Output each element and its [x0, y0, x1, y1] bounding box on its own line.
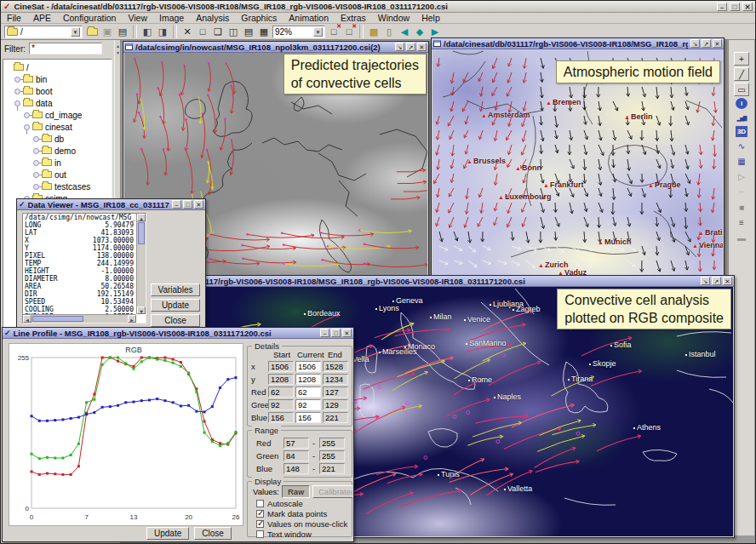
- minimize-button[interactable]: –: [320, 329, 329, 337]
- splitter-down-icon[interactable]: ▼: [116, 50, 120, 55]
- play-icon[interactable]: ◆: [413, 25, 427, 38]
- maximize-button[interactable]: □: [730, 3, 740, 11]
- line-tool-icon[interactable]: ╱: [734, 67, 749, 81]
- tree-item-cinesat[interactable]: cinesat: [3, 121, 112, 133]
- menu-image[interactable]: Image: [153, 13, 190, 23]
- zoom-combo[interactable]: 92%▼: [272, 26, 325, 38]
- iconify-button[interactable]: ↘: [690, 39, 700, 48]
- profile-close-button[interactable]: Close: [194, 527, 232, 540]
- filter-input[interactable]: *: [29, 43, 102, 54]
- cascade-windows-icon[interactable]: ❏: [211, 25, 225, 38]
- variable-list[interactable]: /data/csimg/in/nowcast/MSG_IR108_cLONG5.…: [22, 213, 146, 324]
- tree-item-in[interactable]: in: [3, 157, 112, 169]
- path-combo[interactable]: / ▼: [4, 26, 83, 38]
- tree-toggle-icon[interactable]: [33, 148, 39, 154]
- window-line-profile[interactable]: ✓ Line Profile - MSG_IR108_rgb-VIS006-VI…: [2, 327, 354, 542]
- tree-item-cd-image[interactable]: cd_image: [3, 109, 112, 121]
- print-icon[interactable]: ▤: [116, 25, 129, 38]
- tree-toggle-icon[interactable]: [24, 112, 30, 118]
- tree-item-out[interactable]: out: [3, 169, 112, 180]
- scroll-up-icon[interactable]: ▲: [137, 214, 146, 221]
- menu-ape[interactable]: APE: [27, 13, 57, 23]
- dv-close-button[interactable]: Close: [151, 314, 200, 327]
- close-all-windows-icon[interactable]: □✕: [342, 25, 356, 38]
- 3d-view-icon[interactable]: 3D: [736, 126, 747, 137]
- image-icon[interactable]: ▩: [367, 25, 381, 38]
- tile-horizontal-icon[interactable]: ▤: [242, 25, 255, 38]
- checkbox-icon[interactable]: [256, 510, 264, 518]
- menu-file[interactable]: File: [1, 13, 27, 23]
- window-nowcast-titlebar[interactable]: /data/csimg/in/nowcast/MSG_IR108_npol3km…: [123, 42, 428, 53]
- scroll-down-icon[interactable]: ▼: [137, 306, 146, 314]
- tile-vertical-icon[interactable]: ◫: [226, 25, 240, 38]
- close-button[interactable]: ✕: [742, 3, 753, 11]
- tree-toggle-icon[interactable]: [14, 77, 20, 83]
- table-icon[interactable]: ▦: [734, 154, 749, 168]
- menu-animation[interactable]: Animation: [283, 13, 335, 23]
- iconify-button[interactable]: ↘: [395, 43, 404, 51]
- zoom-dropdown-icon[interactable]: ▼: [313, 27, 323, 37]
- tree-item-testcases[interactable]: testcases: [3, 180, 112, 192]
- tree-toggle-icon[interactable]: [14, 100, 20, 106]
- tree-item-demo[interactable]: demo: [3, 145, 112, 157]
- step-back-icon[interactable]: ◀: [398, 25, 411, 38]
- save-icon[interactable]: ▣: [100, 25, 114, 38]
- pan-icon[interactable]: +: [734, 52, 749, 66]
- data-viewer-titlebar[interactable]: ✓ Data Viewer - MSG_IR108_cc_0311171200.…: [17, 199, 205, 210]
- new-window-icon[interactable]: □: [196, 25, 209, 38]
- raw-button[interactable]: Raw: [282, 485, 310, 498]
- fill-icon[interactable]: ■: [734, 200, 749, 214]
- maximize-button[interactable]: □: [183, 200, 192, 209]
- horizontal-scrollbar[interactable]: ◀ ▶: [23, 314, 136, 323]
- maximize-button[interactable]: ↗: [712, 277, 721, 285]
- checkbox-icon[interactable]: [256, 530, 264, 538]
- close-button[interactable]: ✕: [723, 277, 732, 285]
- tree-toggle-icon[interactable]: [24, 124, 30, 130]
- open-folder-icon[interactable]: [85, 25, 99, 38]
- grid-windows-icon[interactable]: ▦: [257, 25, 271, 38]
- checkbox-mark-data-points[interactable]: Mark data points: [256, 509, 327, 518]
- scroll-left-icon[interactable]: ◀: [23, 315, 32, 323]
- profile-update-button[interactable]: Update: [146, 527, 189, 540]
- menu-help[interactable]: Help: [415, 13, 446, 23]
- checkbox-text-window[interactable]: Text window: [256, 530, 312, 539]
- minimize-button[interactable]: –: [172, 200, 181, 209]
- path-dropdown-icon[interactable]: ▼: [71, 27, 80, 37]
- info-icon[interactable]: i: [736, 98, 747, 109]
- close-window-icon[interactable]: □✕: [327, 25, 341, 38]
- tree-item-data[interactable]: data: [3, 97, 112, 109]
- single-view-icon[interactable]: ◧: [140, 25, 154, 38]
- menu-analysis[interactable]: Analysis: [190, 13, 235, 23]
- details-y-current[interactable]: 1208: [295, 374, 321, 385]
- maximize-button[interactable]: □: [331, 329, 341, 337]
- fit-window-icon[interactable]: ✕: [180, 25, 194, 38]
- menu-extras[interactable]: Extras: [335, 13, 372, 23]
- main-title-bar[interactable]: ✓ CineSat - /data/cinesat/db/031117/rgb-…: [1, 1, 755, 13]
- dv-variables-button[interactable]: Variables ...: [151, 283, 200, 296]
- tree-item-boot[interactable]: boot: [3, 85, 112, 97]
- window-amf[interactable]: /data/cinesat/db/031117/rgb-VIS006-VIS00…: [431, 37, 724, 283]
- details-green-current[interactable]: 92: [295, 399, 321, 410]
- details-blue-current[interactable]: 156: [295, 412, 321, 423]
- line-profile-titlebar[interactable]: ✓ Line Profile - MSG_IR108_rgb-VIS006-VI…: [3, 328, 353, 339]
- menu-view[interactable]: View: [122, 13, 153, 23]
- close-button[interactable]: ✕: [417, 43, 427, 51]
- menu-window[interactable]: Window: [372, 13, 415, 23]
- iconify-button[interactable]: ↘: [701, 277, 710, 285]
- profile-icon[interactable]: ∿: [734, 139, 749, 152]
- vertical-scrollbar[interactable]: ▲ ▼: [136, 214, 146, 314]
- menu-graphics[interactable]: Graphics: [235, 13, 283, 23]
- menu-configuration[interactable]: Configuration: [57, 13, 122, 23]
- checkbox-autoscale[interactable]: Autoscale: [256, 499, 303, 508]
- animation-icon[interactable]: ▯: [382, 25, 396, 38]
- close-button[interactable]: ✕: [342, 329, 352, 337]
- close-button[interactable]: ✕: [713, 39, 722, 48]
- tree-toggle-icon[interactable]: [33, 172, 39, 178]
- checkbox-values-on-mouse-click[interactable]: Values on mouse-click: [256, 519, 347, 529]
- amf-image[interactable]: ▲Amsterdam▲Bremen▲Berlin▲Brussels▲Bonn▲F…: [432, 49, 723, 281]
- tree-item-bin[interactable]: bin: [3, 73, 112, 85]
- layers-icon[interactable]: ≡: [734, 215, 749, 229]
- maximize-button[interactable]: ↗: [406, 43, 415, 51]
- maximize-button[interactable]: ↗: [702, 39, 711, 48]
- tree-item-db[interactable]: db: [3, 133, 112, 145]
